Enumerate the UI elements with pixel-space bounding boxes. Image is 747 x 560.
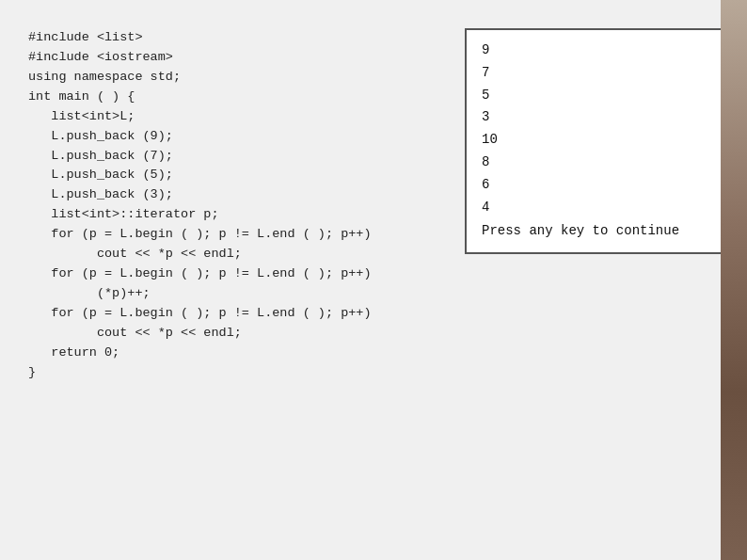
output-box: 975310864Press any key to continue <box>465 28 728 254</box>
code-line-15: cout << *p << endl; <box>28 324 446 344</box>
code-line-14: for (p = L.begin ( ); p != L.end ( ); p+… <box>28 304 446 324</box>
code-line-8: L.push_back (3); <box>28 185 446 205</box>
code-line-3: int main ( ) { <box>28 88 446 107</box>
code-line-6: L.push_back (7); <box>28 147 446 167</box>
right-sidebar-decoration <box>721 0 747 560</box>
code-line-7: L.push_back (5); <box>28 166 446 185</box>
output-number-3: 3 <box>482 106 711 129</box>
output-number-1: 7 <box>482 62 711 85</box>
code-line-1: #include <iostream> <box>28 48 446 68</box>
main-container: #include <list>#include <iostream>using … <box>19 28 728 383</box>
code-line-11: cout << *p << endl; <box>28 245 446 264</box>
output-number-0: 9 <box>482 40 711 62</box>
output-number-4: 10 <box>482 129 711 152</box>
code-line-17: } <box>28 363 446 383</box>
code-line-4: list<int>L; <box>28 107 446 127</box>
code-line-10: for (p = L.begin ( ); p != L.end ( ); p+… <box>28 225 446 245</box>
output-number-7: 4 <box>482 197 711 219</box>
output-number-2: 5 <box>482 85 711 107</box>
code-line-5: L.push_back (9); <box>28 127 446 147</box>
output-continue-text: Press any key to continue <box>482 220 711 243</box>
output-number-6: 6 <box>482 174 711 197</box>
code-line-16: return 0; <box>28 344 446 363</box>
code-line-13: (*p)++; <box>28 284 446 304</box>
output-number-5: 8 <box>482 152 711 174</box>
code-block: #include <list>#include <iostream>using … <box>19 28 446 383</box>
code-line-9: list<int>::iterator p; <box>28 205 446 225</box>
code-line-0: #include <list> <box>28 28 446 48</box>
code-line-2: using namespace std; <box>28 68 446 88</box>
code-line-12: for (p = L.begin ( ); p != L.end ( ); p+… <box>28 264 446 284</box>
